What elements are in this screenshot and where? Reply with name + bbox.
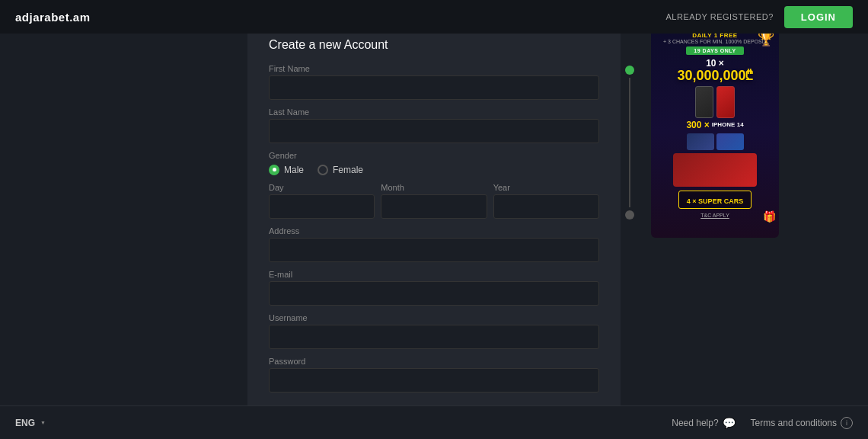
username-label: Username xyxy=(269,313,599,322)
chevron-down-icon: ▼ xyxy=(40,420,46,425)
phone-visual-2 xyxy=(716,86,735,118)
footer-right: Need help? 💬 Terms and conditions i xyxy=(672,417,853,429)
promo-banner: DAILY 1 FREE + 3 CHANCES FOR MIN. 1000% … xyxy=(651,26,779,238)
promo-chances-text: + 3 CHANCES FOR MIN. 1000% DEPOSIT xyxy=(663,39,767,44)
car-visual-2 xyxy=(716,133,744,150)
first-name-input[interactable] xyxy=(269,75,599,100)
gender-female-radio[interactable] xyxy=(318,165,328,175)
email-group: E-mail xyxy=(269,270,599,306)
chat-icon: 💬 xyxy=(723,417,736,429)
card-title: Create a new Account xyxy=(269,38,599,52)
already-registered-label: ALREADY REGISTERED? xyxy=(665,12,773,21)
main-content: Create a new Account First Name Last Nam… xyxy=(0,34,868,439)
month-field: Month xyxy=(381,183,487,219)
gender-male-option[interactable]: Male xyxy=(269,165,304,175)
dob-row: Day Month Year xyxy=(269,183,599,219)
registration-card: Create a new Account First Name Last Nam… xyxy=(247,20,621,440)
language-selector[interactable]: ENG xyxy=(15,418,35,428)
first-name-label: First Name xyxy=(269,64,599,73)
month-label: Month xyxy=(381,183,487,192)
month-input[interactable] xyxy=(381,194,487,219)
gender-male-label: Male xyxy=(284,165,304,175)
gift-icon: 🎁 xyxy=(763,210,776,223)
login-button[interactable]: LOGIN xyxy=(784,6,853,28)
progress-indicator xyxy=(625,66,634,220)
password-group: Password xyxy=(269,357,599,393)
promo-300x: 300 × xyxy=(686,120,709,130)
promo-multiplier-row: 10 × xyxy=(706,58,724,69)
password-label: Password xyxy=(269,357,599,366)
first-name-group: First Name xyxy=(269,64,599,100)
lang-dropdown-arrow[interactable]: ▼ xyxy=(40,420,46,425)
address-input[interactable] xyxy=(269,238,599,262)
terms-text: Terms and conditions xyxy=(751,418,837,428)
progress-line xyxy=(629,78,630,207)
last-name-label: Last Name xyxy=(269,107,599,117)
footer-left: ENG ▼ xyxy=(15,418,46,428)
last-name-group: Last Name xyxy=(269,107,599,143)
promo-tc-text[interactable]: T&C APPLY xyxy=(700,213,729,218)
progress-dot-1 xyxy=(625,66,634,75)
promo-days-badge: 19 DAYS ONLY xyxy=(686,46,743,55)
terms-link[interactable]: Terms and conditions i xyxy=(751,417,853,429)
promo-cars-top xyxy=(687,133,744,150)
need-help-link[interactable]: Need help? 💬 xyxy=(672,417,735,429)
promo-phones-visual xyxy=(695,86,735,118)
promo-iphone-text: IPHONE 14 xyxy=(712,121,744,128)
username-input[interactable] xyxy=(269,325,599,349)
car-visual-1 xyxy=(687,133,714,150)
promo-cars-badge: 4 × SUPER CARS xyxy=(678,191,752,209)
gender-female-label: Female xyxy=(333,165,363,175)
gender-male-radio[interactable] xyxy=(269,165,279,175)
phone-visual-1 xyxy=(695,86,713,118)
gender-label: Gender xyxy=(269,151,599,160)
footer: ENG ▼ Need help? 💬 Terms and conditions … xyxy=(0,405,868,439)
promo-phones-text-row: 300 × IPHONE 14 xyxy=(686,120,743,130)
promo-prize-amount: 30,000,000₾ xyxy=(677,69,752,82)
address-label: Address xyxy=(269,226,599,236)
address-group: Address xyxy=(269,226,599,262)
promo-inner: DAILY 1 FREE + 3 CHANCES FOR MIN. 1000% … xyxy=(651,26,779,238)
logo: adjarabet.am xyxy=(15,11,91,24)
day-input[interactable] xyxy=(269,194,375,219)
gender-group: Gender Male Female xyxy=(269,151,599,175)
year-input[interactable] xyxy=(493,194,599,219)
gender-female-option[interactable]: Female xyxy=(318,165,363,175)
gender-options: Male Female xyxy=(269,165,599,175)
year-label: Year xyxy=(493,183,599,192)
need-help-text: Need help? xyxy=(672,418,718,428)
year-field: Year xyxy=(493,183,599,219)
password-input[interactable] xyxy=(269,368,599,393)
header-right: ALREADY REGISTERED? LOGIN xyxy=(665,6,853,28)
progress-dot-2 xyxy=(625,210,634,220)
day-label: Day xyxy=(269,183,375,192)
header: adjarabet.am ALREADY REGISTERED? LOGIN xyxy=(0,0,868,34)
email-input[interactable] xyxy=(269,281,599,306)
car-visual-main xyxy=(673,153,757,187)
username-group: Username xyxy=(269,313,599,349)
info-icon: i xyxy=(841,417,853,429)
promo-multiplier: 10 × xyxy=(706,58,724,69)
email-label: E-mail xyxy=(269,270,599,279)
day-field: Day xyxy=(269,183,375,219)
promo-cars-text: 4 × SUPER CARS xyxy=(687,197,743,205)
last-name-input[interactable] xyxy=(269,119,599,143)
